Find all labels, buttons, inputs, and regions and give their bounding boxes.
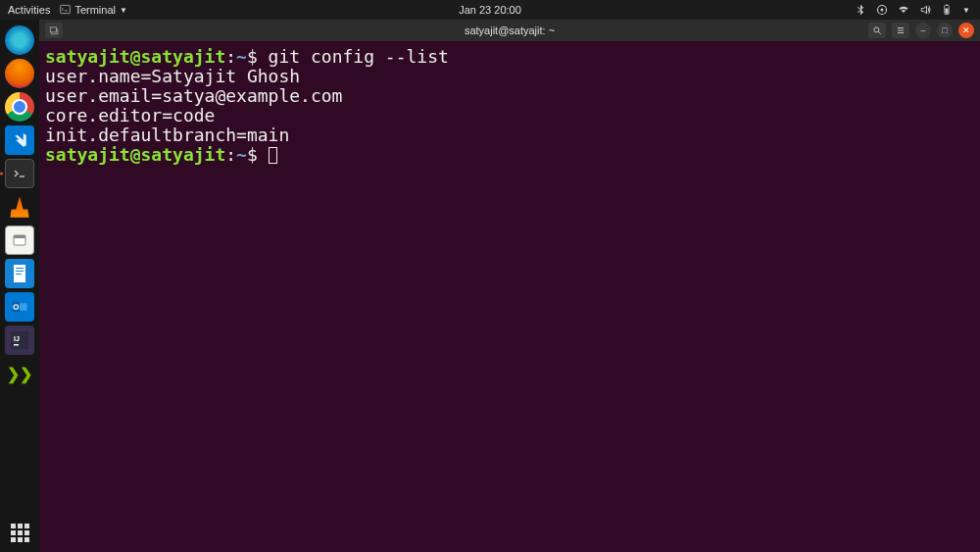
output-line: user.name=Satyajit Ghosh [45, 66, 300, 86]
app-menu-label: Terminal [74, 4, 116, 16]
activities-button[interactable]: Activities [8, 4, 50, 16]
dock-icon-intellij[interactable]: IJ [5, 326, 34, 355]
svg-rect-7 [14, 235, 25, 238]
dock-icon-outlook[interactable] [5, 292, 34, 322]
svg-rect-10 [16, 271, 24, 272]
dock-icon-vlc[interactable] [5, 192, 34, 222]
command-text: git config --list [269, 46, 449, 67]
svg-rect-14 [20, 303, 27, 311]
hamburger-menu-button[interactable] [892, 23, 909, 38]
app-menu[interactable]: Terminal ▼ [60, 4, 127, 17]
svg-point-2 [881, 9, 884, 12]
output-line: core.editor=code [45, 105, 215, 125]
dock-icon-libreoffice[interactable] [5, 259, 34, 288]
svg-rect-0 [61, 5, 71, 13]
prompt-symbol: $ [247, 144, 258, 165]
updates-icon[interactable] [876, 4, 888, 16]
window-titlebar: satyajit@satyajit: ~ – □ ✕ [39, 20, 980, 41]
output-line: user.email=satya@example.com [45, 85, 342, 106]
svg-rect-9 [16, 268, 24, 269]
terminal-body[interactable]: satyajit@satyajit:~$ git config --list u… [39, 41, 980, 552]
prompt-sep: : [225, 144, 236, 165]
prompt-path: ~ [236, 46, 247, 67]
svg-rect-18 [50, 27, 56, 32]
prompt-sep: : [225, 46, 236, 67]
terminal-icon [60, 4, 71, 17]
clock[interactable]: Jan 23 20:00 [459, 4, 521, 16]
minimize-button[interactable]: – [915, 23, 931, 38]
terminal-window: satyajit@satyajit: ~ – □ ✕ satyajit@saty… [39, 20, 980, 552]
network-icon[interactable] [898, 4, 909, 16]
apps-grid-icon [11, 524, 29, 542]
svg-rect-5 [946, 9, 949, 14]
prompt-user: satyajit@satyajit [45, 144, 225, 165]
svg-line-20 [878, 31, 881, 34]
output-line: init.defaultbranch=main [45, 125, 289, 145]
prompt-user: satyajit@satyajit [45, 46, 225, 67]
window-title: satyajit@satyajit: ~ [465, 25, 555, 36]
system-menu-chevron-icon[interactable]: ▼ [962, 6, 970, 15]
prompt-symbol: $ [247, 46, 258, 67]
svg-rect-4 [946, 4, 948, 5]
cursor [269, 147, 277, 164]
dock-icon-files[interactable] [5, 226, 34, 255]
dock-icon-edge[interactable] [5, 25, 34, 55]
chevron-down-icon: ▼ [120, 6, 127, 15]
svg-point-19 [874, 27, 879, 32]
volume-icon[interactable] [919, 4, 931, 16]
maximize-button[interactable]: □ [937, 23, 953, 38]
dock: IJ ❯❯ [0, 20, 39, 552]
dock-icon-sublime-merge[interactable]: ❯❯ [5, 359, 34, 388]
dock-icon-firefox[interactable] [5, 59, 34, 88]
gnome-topbar: Activities Terminal ▼ Jan 23 20:00 ▼ [0, 0, 980, 20]
search-button[interactable] [868, 23, 886, 38]
dock-icon-terminal[interactable] [5, 159, 34, 188]
prompt-path: ~ [236, 144, 247, 165]
bluetooth-icon[interactable] [855, 4, 866, 16]
close-button[interactable]: ✕ [958, 23, 974, 38]
show-applications-button[interactable] [8, 521, 31, 544]
dock-icon-chrome[interactable] [5, 92, 34, 122]
battery-icon[interactable] [941, 4, 953, 16]
svg-rect-17 [14, 344, 19, 346]
new-tab-button[interactable] [45, 23, 63, 38]
svg-rect-11 [16, 274, 22, 275]
dock-icon-vscode[interactable] [5, 125, 34, 155]
svg-text:IJ: IJ [14, 335, 20, 342]
